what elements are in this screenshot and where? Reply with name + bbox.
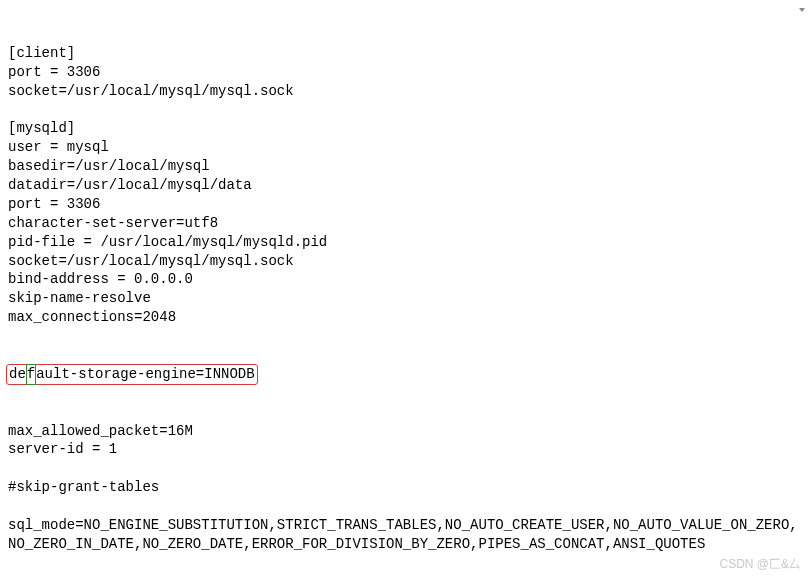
- config-line: character-set-server=utf8: [8, 214, 803, 233]
- config-line: bind-address = 0.0.0.0: [8, 270, 803, 289]
- hl-pre: de: [9, 366, 26, 382]
- scroll-up-indicator: [799, 8, 805, 12]
- config-line: [client]: [8, 44, 803, 63]
- config-line: [8, 459, 803, 478]
- editor-content[interactable]: [client]port = 3306socket=/usr/local/mys…: [8, 6, 803, 578]
- config-line: max_allowed_packet=16M: [8, 422, 803, 441]
- config-line: max_connections=2048: [8, 308, 803, 327]
- hl-post: ault-storage-engine=INNODB: [36, 366, 254, 382]
- config-line: socket=/usr/local/mysql/mysql.sock: [8, 82, 803, 101]
- config-line: sql_mode=NO_ENGINE_SUBSTITUTION,STRICT_T…: [8, 516, 803, 554]
- config-line: socket=/usr/local/mysql/mysql.sock: [8, 252, 803, 271]
- config-line: pid-file = /usr/local/mysql/mysqld.pid: [8, 233, 803, 252]
- config-line: skip-name-resolve: [8, 289, 803, 308]
- highlighted-line: default-storage-engine=INNODB: [8, 365, 803, 384]
- config-line: port = 3306: [8, 63, 803, 82]
- cursor-position: f: [26, 364, 36, 385]
- config-line: port = 3306: [8, 195, 803, 214]
- config-line: datadir=/usr/local/mysql/data: [8, 176, 803, 195]
- config-line: server-id = 1: [8, 440, 803, 459]
- config-line: [8, 497, 803, 516]
- config-line: user = mysql: [8, 138, 803, 157]
- config-line: basedir=/usr/local/mysql: [8, 157, 803, 176]
- config-line: [mysqld]: [8, 119, 803, 138]
- watermark: CSDN @匚&厶: [719, 556, 801, 572]
- config-line: [8, 100, 803, 119]
- config-line: #skip-grant-tables: [8, 478, 803, 497]
- highlight-box: default-storage-engine=INNODB: [6, 364, 258, 385]
